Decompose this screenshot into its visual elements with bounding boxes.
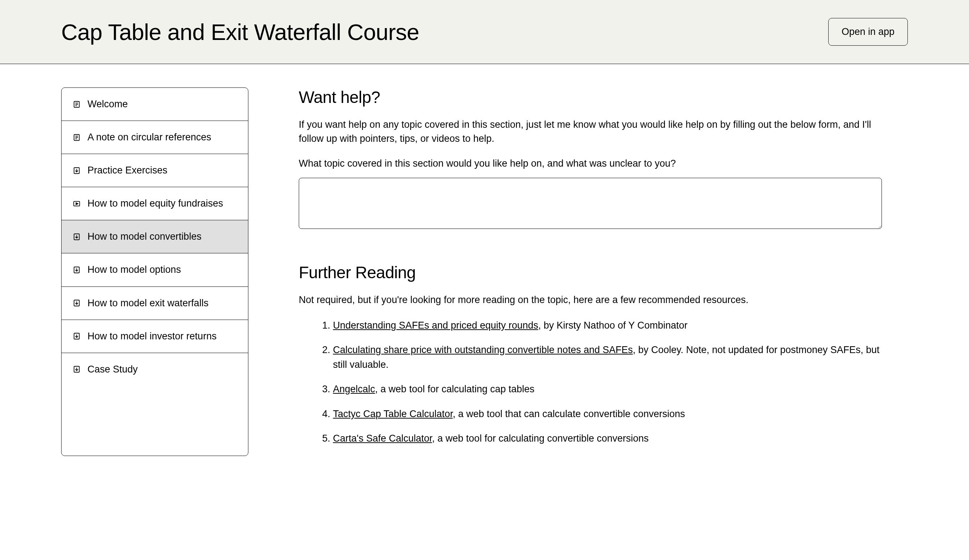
sidebar-item-label: How to model convertibles — [87, 230, 201, 243]
reading-item-0: Understanding SAFEs and priced equity ro… — [333, 318, 882, 333]
page-title: Cap Table and Exit Waterfall Course — [61, 19, 420, 45]
help-question-label: What topic covered in this section would… — [299, 156, 882, 171]
sidebar-item-1[interactable]: A note on circular references — [62, 121, 248, 154]
open-in-app-button[interactable]: Open in app — [828, 18, 908, 46]
reading-item-3: Tactyc Cap Table Calculator, a web tool … — [333, 407, 882, 421]
sidebar-item-label: A note on circular references — [87, 131, 211, 144]
header: Cap Table and Exit Waterfall Course Open… — [0, 0, 969, 64]
reading-item-2: Angelcalc, a web tool for calculating ca… — [333, 382, 882, 397]
sidebar-item-5[interactable]: How to model options — [62, 253, 248, 286]
further-reading-intro: Not required, but if you're looking for … — [299, 293, 882, 307]
svg-marker-11 — [76, 203, 78, 205]
sidebar-item-3[interactable]: How to model equity fundraises — [62, 187, 248, 220]
sidebar-item-label: How to model equity fundraises — [87, 197, 223, 210]
main-container: WelcomeA note on circular referencesPrac… — [0, 64, 969, 456]
sidebar-item-label: How to model investor returns — [87, 330, 217, 342]
help-description: If you want help on any topic covered in… — [299, 118, 882, 146]
sidebar-item-label: Practice Exercises — [87, 164, 167, 177]
download-icon — [72, 365, 81, 374]
reading-item-4: Carta's Safe Calculator, a web tool for … — [333, 431, 882, 446]
download-icon — [72, 233, 81, 241]
sidebar-item-7[interactable]: How to model investor returns — [62, 320, 248, 353]
reading-link-0[interactable]: Understanding SAFEs and priced equity ro… — [333, 320, 538, 331]
sidebar-item-4[interactable]: How to model convertibles — [62, 220, 248, 253]
sidebar-item-6[interactable]: How to model exit waterfalls — [62, 287, 248, 320]
sidebar-item-label: Welcome — [87, 98, 128, 110]
reading-list: Understanding SAFEs and priced equity ro… — [299, 318, 882, 446]
sidebar-item-label: How to model options — [87, 263, 181, 276]
video-icon — [72, 199, 81, 208]
reading-item-1: Calculating share price with outstanding… — [333, 342, 882, 372]
reading-suffix: , a web tool that can calculate converti… — [453, 409, 685, 419]
further-reading-heading: Further Reading — [299, 263, 882, 282]
reading-suffix: , a web tool for calculating convertible… — [432, 433, 649, 444]
reading-suffix: , a web tool for calculating cap tables — [375, 384, 534, 394]
help-heading: Want help? — [299, 88, 882, 107]
reading-suffix: , by Kirsty Nathoo of Y Combinator — [538, 320, 688, 331]
reading-link-1[interactable]: Calculating share price with outstanding… — [333, 344, 633, 355]
main-content: Want help? If you want help on any topic… — [299, 88, 882, 456]
help-input[interactable] — [299, 178, 882, 229]
download-icon — [72, 299, 81, 307]
sidebar-nav: WelcomeA note on circular referencesPrac… — [61, 88, 248, 456]
text-icon — [72, 133, 81, 142]
reading-link-3[interactable]: Tactyc Cap Table Calculator — [333, 409, 453, 419]
download-icon — [72, 332, 81, 341]
sidebar-item-8[interactable]: Case Study — [62, 353, 248, 386]
download-icon — [72, 266, 81, 274]
sidebar-item-label: How to model exit waterfalls — [87, 297, 208, 309]
sidebar-item-2[interactable]: Practice Exercises — [62, 154, 248, 187]
reading-link-4[interactable]: Carta's Safe Calculator — [333, 433, 432, 444]
sidebar-item-label: Case Study — [87, 363, 138, 376]
download-icon — [72, 166, 81, 175]
sidebar-item-0[interactable]: Welcome — [62, 88, 248, 121]
text-icon — [72, 100, 81, 109]
reading-link-2[interactable]: Angelcalc — [333, 384, 375, 394]
